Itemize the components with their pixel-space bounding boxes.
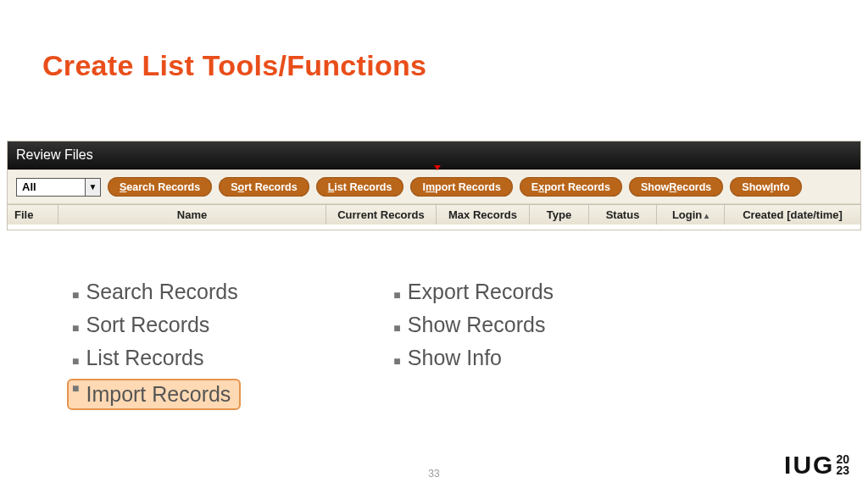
bullet-item: ■Sort Records	[72, 313, 241, 337]
filter-dropdown-label: All	[17, 180, 85, 193]
bullet-item: ■Import Records	[72, 379, 241, 410]
logo-text: IUG	[784, 451, 834, 480]
bullet-item: ■Show Info	[393, 346, 554, 370]
bullet-col-left: ■Search Records■Sort Records■List Record…	[72, 280, 241, 410]
bullet-col-right: ■Export Records■Show Records■Show Info	[393, 280, 554, 410]
caret-icon	[434, 165, 441, 170]
col-type[interactable]: Type	[530, 205, 589, 225]
table-body-empty	[8, 225, 860, 230]
export-records-button[interactable]: Export Records	[520, 177, 622, 197]
list-records-button[interactable]: List Records	[316, 177, 404, 197]
logo-year: 20 23	[836, 454, 849, 475]
bullet-label: Sort Records	[86, 313, 209, 336]
col-file[interactable]: File	[8, 205, 58, 225]
col-created[interactable]: Created [date/time]	[725, 205, 860, 225]
bullet-square-icon: ■	[72, 354, 79, 368]
show-records-button[interactable]: Show Records	[629, 177, 723, 197]
filter-dropdown[interactable]: All ▼	[16, 178, 101, 197]
show-info-button[interactable]: Show Info	[730, 177, 801, 197]
bullet-item: ■Search Records	[72, 280, 241, 304]
bullet-square-icon: ■	[72, 288, 79, 302]
bullet-label: List Records	[86, 346, 203, 369]
bullet-item: ■Export Records	[393, 280, 554, 304]
slide: Create List Tools/Functions Review Files…	[0, 0, 868, 488]
table-header-row: File Name Current Records Max Records Ty…	[8, 204, 860, 225]
page-number: 33	[428, 468, 439, 480]
bullet-label: Search Records	[86, 280, 237, 303]
import-records-button[interactable]: Import Records	[410, 177, 512, 197]
bullet-label: Show Info	[408, 346, 502, 369]
app-screenshot: Review Files All ▼ Search Records Sort R…	[7, 141, 861, 230]
chevron-down-icon: ▼	[85, 179, 100, 196]
col-status[interactable]: Status	[589, 205, 657, 225]
bullet-square-icon: ■	[393, 288, 400, 302]
col-name[interactable]: Name	[58, 205, 326, 225]
bullet-label: Import Records	[86, 382, 231, 407]
bullet-square-icon: ■	[72, 321, 79, 335]
col-login[interactable]: Login	[657, 205, 725, 225]
col-current-records[interactable]: Current Records	[326, 205, 437, 225]
bullet-item: ■List Records	[72, 346, 241, 370]
col-max-records[interactable]: Max Records	[437, 205, 530, 225]
iug-logo: IUG 20 23	[784, 451, 849, 480]
bullet-square-icon: ■	[72, 382, 79, 407]
bullet-label: Export Records	[408, 280, 554, 303]
bullet-square-icon: ■	[393, 321, 400, 335]
search-records-button[interactable]: Search Records	[108, 177, 212, 197]
bullet-columns: ■Search Records■Sort Records■List Record…	[72, 280, 554, 410]
bullet-label: Show Records	[408, 313, 546, 336]
sort-records-button[interactable]: Sort Records	[219, 177, 309, 197]
bullet-item: ■Show Records	[393, 313, 554, 337]
toolbar: All ▼ Search Records Sort Records List R…	[8, 169, 860, 204]
bullet-square-icon: ■	[393, 354, 400, 368]
slide-title: Create List Tools/Functions	[42, 49, 426, 82]
